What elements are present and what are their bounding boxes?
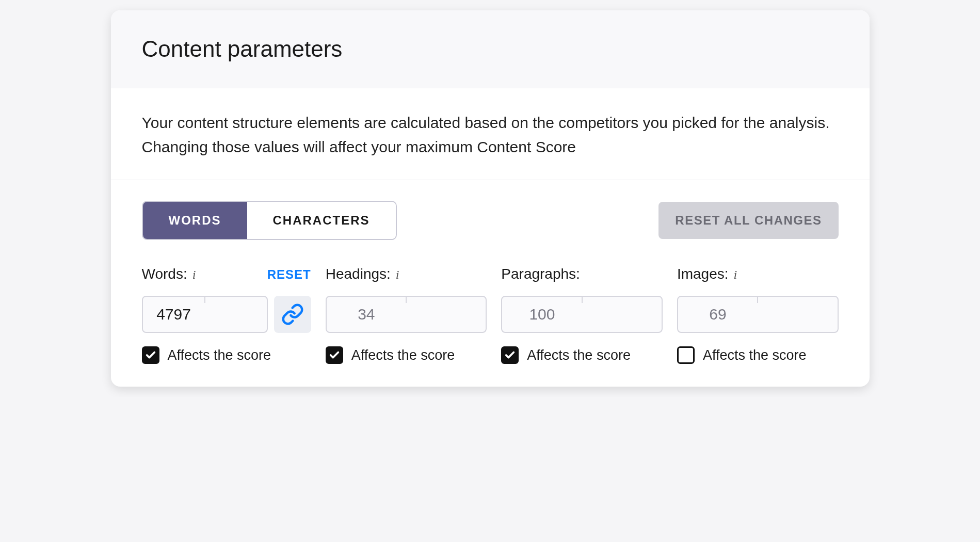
- words-affects-label: Affects the score: [168, 347, 271, 363]
- headings-value: 34: [327, 306, 406, 323]
- param-words-input-row: 4797: [142, 296, 311, 333]
- param-words: Words: i RESET 4797: [142, 266, 311, 364]
- info-icon[interactable]: i: [192, 268, 196, 282]
- param-paragraphs-label-text: Paragraphs:: [501, 266, 580, 282]
- words-value: 4797: [143, 306, 205, 323]
- headings-affects-checkbox[interactable]: [326, 346, 343, 364]
- range-divider: [406, 296, 407, 303]
- controls-row: WORDS CHARACTERS RESET ALL CHANGES: [111, 180, 870, 240]
- words-affects-row: Affects the score: [142, 346, 311, 364]
- paragraphs-affects-label: Affects the score: [527, 347, 631, 363]
- param-images-label-row: Images: i: [677, 266, 839, 284]
- check-icon: [504, 349, 516, 361]
- unit-toggle-group: WORDS CHARACTERS: [142, 201, 397, 240]
- range-divider: [204, 296, 205, 303]
- param-headings-input-row: 34: [326, 296, 487, 333]
- params-row: Words: i RESET 4797: [111, 240, 870, 387]
- panel-header: Content parameters: [111, 10, 870, 88]
- param-headings: Headings: i 34 Affects the score: [326, 266, 487, 364]
- headings-affects-label: Affects the score: [351, 347, 455, 363]
- headings-range-input[interactable]: 34: [326, 296, 487, 333]
- param-images-label-text: Images:: [677, 266, 729, 282]
- link-icon: [281, 303, 304, 326]
- param-images-input-row: 69: [677, 296, 839, 333]
- param-headings-label-text: Headings:: [326, 266, 391, 282]
- reset-words-link[interactable]: RESET: [267, 267, 311, 282]
- headings-affects-row: Affects the score: [326, 346, 487, 364]
- images-affects-label: Affects the score: [703, 347, 807, 363]
- link-toggle-button[interactable]: [274, 296, 311, 333]
- param-images: Images: i 69 Affects the score: [677, 266, 839, 364]
- range-divider: [582, 296, 583, 303]
- words-range-input[interactable]: 4797: [142, 296, 268, 333]
- param-paragraphs-label: Paragraphs:: [501, 266, 580, 282]
- panel-title: Content parameters: [142, 36, 839, 62]
- images-range-input[interactable]: 69: [677, 296, 839, 333]
- images-affects-row: Affects the score: [677, 346, 839, 364]
- paragraphs-affects-row: Affects the score: [501, 346, 663, 364]
- param-images-label: Images: i: [677, 266, 737, 282]
- check-icon: [145, 349, 156, 361]
- param-headings-label-row: Headings: i: [326, 266, 487, 284]
- param-words-label-text: Words:: [142, 266, 187, 282]
- toggle-characters[interactable]: CHARACTERS: [247, 202, 396, 239]
- images-value: 69: [678, 306, 758, 323]
- paragraphs-value: 100: [502, 306, 582, 323]
- range-divider: [757, 296, 758, 303]
- param-paragraphs: Paragraphs: 100 Affects the score: [501, 266, 663, 364]
- toggle-words[interactable]: WORDS: [143, 202, 247, 239]
- paragraphs-affects-checkbox[interactable]: [501, 346, 519, 364]
- check-icon: [329, 349, 340, 361]
- reset-all-button[interactable]: RESET ALL CHANGES: [658, 202, 838, 239]
- param-headings-label: Headings: i: [326, 266, 399, 282]
- param-paragraphs-label-row: Paragraphs:: [501, 266, 663, 284]
- param-words-label: Words: i: [142, 266, 196, 282]
- param-paragraphs-input-row: 100: [501, 296, 663, 333]
- info-icon[interactable]: i: [734, 268, 737, 282]
- param-words-label-row: Words: i RESET: [142, 266, 311, 284]
- panel-description: Your content structure elements are calc…: [111, 88, 870, 180]
- content-parameters-panel: Content parameters Your content structur…: [111, 10, 870, 387]
- words-affects-checkbox[interactable]: [142, 346, 159, 364]
- info-icon[interactable]: i: [396, 268, 399, 282]
- paragraphs-range-input[interactable]: 100: [501, 296, 663, 333]
- images-affects-checkbox[interactable]: [677, 346, 695, 364]
